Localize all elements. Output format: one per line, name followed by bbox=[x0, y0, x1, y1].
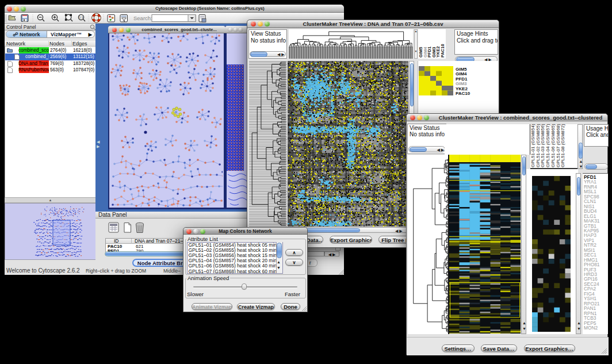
svg-text:1:1: 1:1 bbox=[79, 16, 83, 19]
svg-text:PAC10: PAC10 bbox=[440, 44, 445, 58]
svg-text:Search:: Search: bbox=[133, 15, 152, 21]
svg-text:GPL51-01 (GSM854): GPL51-01 (GSM854) bbox=[530, 124, 536, 167]
svg-text:GPL51-03 (GSM856): GPL51-03 (GSM856) bbox=[540, 124, 545, 167]
svg-text:GPL51-02 (GSM855): GPL51-02 (GSM855) bbox=[536, 124, 541, 167]
svg-text:GPL51-04 (GSM857): GPL51-04 (GSM857) bbox=[545, 124, 550, 167]
svg-text:GPL51-07 (GSM868): GPL51-07 (GSM868) bbox=[556, 124, 561, 167]
svg-text:GPL51-08 (GSM872): GPL51-08 (GSM872) bbox=[560, 124, 565, 167]
svg-text:GPL51-06 (GSM865): GPL51-06 (GSM865) bbox=[550, 124, 556, 167]
